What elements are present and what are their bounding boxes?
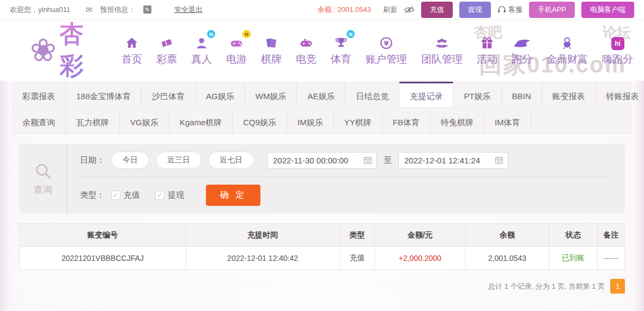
cell-change-id: 20221201VBBBCCJFAJ [20, 247, 186, 270]
records-table-wrap: 账变编号 充提时间 类型 金额/元 余额 状态 备注 20221201VBBBC… [19, 223, 625, 270]
tab-lottery-report[interactable]: 彩票报表 [12, 82, 66, 107]
tab-kgame[interactable]: Kgame棋牌 [169, 108, 233, 133]
preset-today-button[interactable]: 今日 [111, 151, 149, 169]
tab-ag[interactable]: AG娱乐 [196, 82, 245, 107]
date-from-box [267, 152, 377, 169]
site-header: ❀ 杏彩 首页 彩票 N 真人 H 电游 [0, 20, 644, 81]
gift-icon [480, 34, 494, 50]
date-from-input[interactable] [273, 156, 359, 165]
tab-transfer-report[interactable]: 转账报表 [596, 82, 644, 107]
tab-fb-sports[interactable]: FB体育 [382, 108, 430, 133]
calendar-icon[interactable] [495, 156, 503, 164]
nav-item-team[interactable]: 团队管理 [421, 34, 463, 66]
tab-wali[interactable]: 瓦力棋牌 [66, 108, 120, 133]
col-type: 类型 [339, 224, 374, 247]
nav-item-account[interactable]: ¥ 账户管理 [366, 34, 407, 66]
person-icon: N [195, 34, 209, 50]
nav-item-promotions[interactable]: 活动 [477, 34, 497, 66]
table-row: 20221201VBBBCCJFAJ 2022-12-01 12:40:42 充… [20, 247, 625, 270]
customer-service-link[interactable]: 客服 [497, 5, 523, 15]
nav-item-esports[interactable]: 电竞 [296, 34, 317, 66]
checkbox-icon: ✓ [111, 191, 120, 200]
new-badge: N [207, 30, 215, 38]
preset-7days-button[interactable]: 近七日 [208, 151, 254, 169]
mail-icon[interactable]: ✉ [86, 5, 93, 15]
col-remark: 备注 [597, 224, 624, 247]
refresh-button[interactable]: 刷新 [383, 5, 397, 15]
filter-panel: 查询 日期： 今日 近三日 近七日 至 类型： ✓ 充值 ✓ [19, 144, 625, 214]
people-icon [434, 34, 449, 50]
site-logo[interactable]: ❀ 杏彩 [30, 18, 99, 82]
pagination-summary: 总计 1 个记录, 分为 1 页, 当前第 1 页 [488, 282, 605, 291]
query-label-block: 查询 [19, 144, 67, 214]
tab-balance-query[interactable]: 余额查询 [12, 108, 66, 133]
hi-icon: hi [611, 34, 624, 50]
tab-shaba-sports[interactable]: 沙巴体育 [142, 82, 196, 107]
mobile-app-button[interactable]: 手机APP [529, 2, 575, 18]
checkbox-deposit[interactable]: ✓ 充值 [111, 190, 140, 200]
ticket-icon [160, 34, 174, 50]
cup-icon [560, 34, 574, 50]
col-amount: 金额/元 [375, 224, 466, 247]
eye-off-icon[interactable] [404, 5, 415, 14]
trophy-icon: N [334, 34, 348, 50]
tab-account-change-report[interactable]: 账变报表 [542, 82, 596, 107]
tab-cq9[interactable]: CQ9娱乐 [233, 108, 287, 133]
tab-deposit-withdraw-records[interactable]: 充提记录 [399, 82, 453, 107]
nav-item-sports[interactable]: N 体育 [331, 34, 351, 66]
logo-flower-icon: ❀ [30, 34, 57, 66]
withdraw-button[interactable]: 提现 [459, 2, 491, 18]
tab-im-sports[interactable]: IM体育 [484, 108, 531, 133]
cell-status: 已到账 [549, 247, 598, 270]
checkbox-icon: ✓ [155, 191, 165, 200]
top-bar: 欢迎您，yinhua011 ✉ 预留信息： ✎ 安全退出 余额 : 2001.0… [0, 0, 644, 20]
tab-188-sports[interactable]: 188金宝博体育 [66, 82, 142, 107]
nav-item-boardgames[interactable]: 棋牌 [261, 34, 282, 66]
tab-vg[interactable]: VG娱乐 [120, 108, 169, 133]
tab-row-1: 彩票报表 188金宝博体育 沙巴体育 AG娱乐 WM娱乐 AE娱乐 日结总览 充… [12, 82, 632, 107]
page-1-button[interactable]: 1 [610, 279, 625, 294]
type-label: 类型： [80, 190, 105, 200]
welcome-text: 欢迎您，yinhua011 [10, 5, 70, 15]
tab-pt[interactable]: PT娱乐 [453, 82, 501, 107]
confirm-button[interactable]: 确 定 [206, 185, 260, 206]
date-to-input[interactable] [404, 156, 490, 165]
new-badge: N [347, 30, 355, 38]
nav-item-jinding[interactable]: 金鼎财富 [546, 34, 588, 66]
col-change-id: 账变编号 [20, 224, 186, 247]
tab-bbin[interactable]: BBIN [502, 82, 542, 107]
deposit-button[interactable]: 充值 [421, 2, 453, 18]
cell-amount: +2,000.2000 [375, 247, 466, 270]
gamepad-icon: H [229, 34, 244, 50]
rhino-icon [513, 34, 531, 50]
calendar-icon[interactable] [363, 156, 372, 164]
tab-yy[interactable]: YY棋牌 [334, 108, 382, 133]
nav-item-home[interactable]: 首页 [121, 34, 142, 66]
query-label: 查询 [34, 184, 52, 196]
tab-tetu[interactable]: 特兔棋牌 [430, 108, 484, 133]
to-label: 至 [384, 155, 392, 166]
cell-type: 充值 [339, 247, 374, 270]
edit-icon[interactable]: ✎ [143, 5, 151, 14]
checkbox-withdraw[interactable]: ✓ 提现 [155, 190, 184, 200]
hot-badge: H [242, 30, 251, 38]
type-filter-row: 类型： ✓ 充值 ✓ 提现 确 定 [80, 176, 612, 214]
nav-item-egames[interactable]: H 电游 [226, 34, 247, 66]
tab-daily-overview[interactable]: 日结总览 [345, 82, 399, 107]
preset-3days-button[interactable]: 近三日 [156, 151, 202, 169]
tab-im[interactable]: IM娱乐 [287, 108, 334, 133]
nav-item-paofen[interactable]: 跑分 [512, 34, 532, 66]
nav-item-live[interactable]: N 真人 [191, 34, 212, 66]
balance-value: 2001.0543 [338, 5, 371, 14]
nav-item-lottery[interactable]: 彩票 [156, 34, 177, 66]
tab-ae[interactable]: AE娱乐 [297, 82, 345, 107]
nav-item-haipaofen[interactable]: hi 嗨跑分 [602, 34, 633, 66]
coin-icon: ¥ [379, 34, 393, 50]
pc-client-button[interactable]: 电脑客户端 [581, 2, 634, 18]
logout-link[interactable]: 安全退出 [174, 5, 203, 15]
cell-remark: ------ [597, 247, 624, 270]
balance-text: 余额 : 2001.0543 [318, 5, 371, 15]
table-header-row: 账变编号 充提时间 类型 金额/元 余额 状态 备注 [20, 224, 625, 247]
tab-wm[interactable]: WM娱乐 [245, 82, 297, 107]
col-balance: 余额 [465, 224, 549, 247]
